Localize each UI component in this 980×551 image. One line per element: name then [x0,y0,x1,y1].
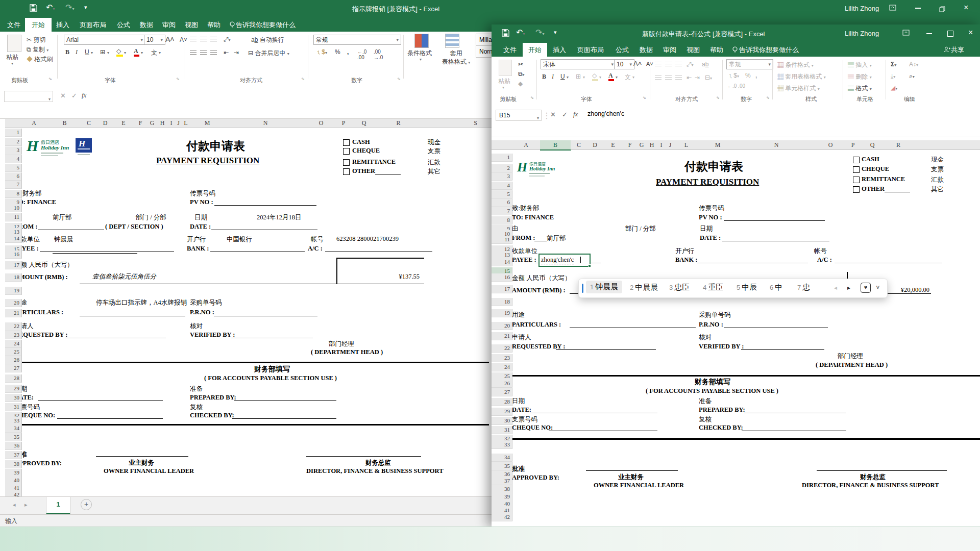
ime-expand-icon[interactable]: ˅ [876,284,880,291]
cancel-icon[interactable]: ✕ [550,111,556,118]
column-header-I[interactable]: I [167,119,176,128]
ime-candidate[interactable]: 3忠臣 [669,283,690,292]
row-header-29[interactable]: 29 [492,408,512,416]
row-header-33[interactable]: 33 [5,417,22,425]
delete-cells-button[interactable]: ▤ 删除 ▾ [848,72,872,81]
row-header-37[interactable]: 37 [492,477,512,485]
fg-tab-data[interactable]: 数据 [635,43,657,57]
fg-tab-home[interactable]: 开始 [523,43,547,57]
find-select-icon[interactable]: ⌕▾ [909,72,915,80]
minimize-icon[interactable] [915,8,921,9]
column-header-F[interactable]: F [134,119,148,128]
remittance-checkbox[interactable] [343,159,350,166]
column-header-B[interactable]: B [540,140,571,151]
bg-tab-data[interactable]: 数据 [135,18,158,32]
select-all-corner[interactable] [5,119,20,128]
row-header-5[interactable]: 5 [5,164,22,172]
bold-icon[interactable]: B [65,48,69,56]
row-header-29[interactable]: 29 [5,385,22,393]
row-header-28[interactable]: 28 [5,374,22,383]
cell-styles-button[interactable]: ▦ 单元格样式 ▾ [777,84,820,93]
number-format-select[interactable]: ▾常规 [726,59,773,69]
cut-icon[interactable]: ✂ [518,61,523,68]
align-top-icon[interactable] [655,62,662,66]
redo-icon[interactable]: ↷▾ [65,3,74,12]
column-header-H[interactable]: H [647,140,657,150]
decrease-decimal-icon[interactable]: .00→.0 [374,49,383,60]
row-header-42[interactable]: 42 [492,513,512,521]
row-header-26[interactable]: 26 [5,356,22,364]
comma-icon[interactable]: , [347,48,349,56]
clipboard-launcher-icon[interactable]: ⇘ [48,77,52,81]
cut-button[interactable]: ✂ 剪切 [27,36,45,44]
italic-icon[interactable]: I [552,73,554,81]
column-header-J[interactable]: J [175,119,182,128]
column-header-G[interactable]: G [147,119,158,128]
row-header-24[interactable]: 24 [492,363,512,371]
copy-button[interactable]: ⧉ 复制 ▾ [27,45,48,54]
ime-prev-page-icon[interactable]: ◂ [834,284,837,291]
fg-user-name[interactable]: Lilith Zhong [845,30,879,37]
row-header-16[interactable]: 16 [492,273,512,282]
column-header-H[interactable]: H [157,119,168,128]
enter-icon[interactable]: ✓ [562,111,568,118]
bg-tell-me[interactable]: 告诉我你想要做什么 [236,18,312,32]
row-header-40[interactable]: 40 [5,477,22,485]
ribbon-display-icon[interactable] [902,29,910,38]
align-launcher-icon[interactable]: ⇘ [301,77,305,81]
bg-tab-help[interactable]: 帮助 [203,18,225,32]
increase-indent-icon[interactable]: ⇥ [695,74,700,81]
paste-button[interactable]: 粘贴 [6,53,18,62]
column-header-A[interactable]: A [512,140,541,150]
bg-tab-view[interactable]: 视图 [180,18,203,32]
row-header-19[interactable]: 19 [5,287,22,295]
accounting-format-icon[interactable]: 🄂$▾ [727,72,739,79]
sheet-next-icon[interactable]: ▸ [24,502,28,508]
row-header-7[interactable]: 7 [492,207,512,215]
bg-tab-home[interactable]: 开始 [25,18,52,32]
select-all-corner[interactable] [492,140,512,150]
column-header-G[interactable]: G [636,140,647,150]
number-launcher-icon[interactable]: ⇘ [766,95,770,100]
grow-font-icon[interactable]: A˄ [633,60,642,67]
row-header-31[interactable]: 31 [492,426,512,434]
format-painter-button[interactable]: ◆ 格式刷 [27,55,53,64]
column-header-L[interactable]: L [182,119,190,128]
insert-function-icon[interactable]: fx [573,110,578,118]
orientation-icon[interactable]: ⤢▾ [224,36,231,43]
column-header-P[interactable]: P [846,140,861,150]
save-icon[interactable] [502,29,509,39]
close-icon[interactable]: × [964,3,968,12]
row-header-16[interactable]: 16 [5,251,22,259]
ime-candidate[interactable]: 4重臣 [703,283,723,292]
column-header-E[interactable]: E [603,140,624,150]
fill-icon[interactable]: ⤓▾ [891,72,895,80]
column-header-Q[interactable]: Q [860,140,885,150]
bg-sheet-tab[interactable]: 1 [46,497,70,514]
row-header-1[interactable]: 1 [5,129,22,137]
column-header-C[interactable]: C [81,119,97,128]
row-header-24[interactable]: 24 [5,340,22,348]
fg-tab-view[interactable]: 视图 [682,43,704,57]
borders-icon[interactable]: ⊞ [100,48,105,56]
bg-tab-file[interactable]: 文件 [3,18,25,32]
maximize-icon[interactable] [947,31,953,37]
align-launcher-icon[interactable]: ⇘ [716,95,720,100]
row-header-18[interactable]: 18 [5,273,22,282]
font-launcher-icon[interactable]: ⇘ [643,95,646,100]
ime-candidate[interactable]: 7忠 [797,283,810,292]
column-header-M[interactable]: M [698,140,738,150]
paste-icon[interactable] [499,60,512,76]
column-header-E[interactable]: E [113,119,134,128]
row-header-14[interactable]: 14 [492,258,512,266]
underline-icon[interactable]: U [560,73,565,80]
orientation-icon[interactable]: ⤢▾ [687,61,694,68]
align-right-icon[interactable] [210,50,217,55]
merge-center-button[interactable]: ⊟ 合并后居中 ▾ [248,49,289,58]
fg-formula-input[interactable]: zhong'chen'c [587,110,970,120]
row-header-36[interactable]: 36 [5,442,22,450]
align-center-icon[interactable] [200,50,207,55]
ime-next-page-icon[interactable]: ▸ [847,284,850,291]
row-header-3[interactable]: 3 [5,146,22,155]
row-header-17[interactable]: 17 [492,285,512,293]
